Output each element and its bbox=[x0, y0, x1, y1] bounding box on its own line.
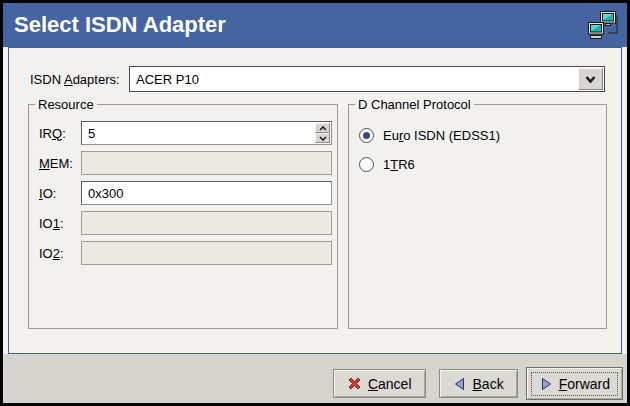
isdn-adapters-label: ISDN Adapters: bbox=[30, 72, 129, 87]
chevron-down-icon bbox=[584, 75, 597, 84]
arrow-right-icon bbox=[539, 377, 553, 391]
radio-option-1tr6[interactable]: 1TR6 bbox=[359, 157, 606, 172]
d-channel-protocol-title: D Channel Protocol bbox=[355, 97, 474, 112]
forward-focus-rect: Forward bbox=[531, 372, 618, 396]
dialog-header: Select ISDN Adapter bbox=[3, 3, 627, 47]
arrow-left-icon bbox=[453, 377, 467, 391]
isdn-adapter-combobox[interactable]: ACER P10 bbox=[129, 66, 605, 92]
forward-button-label: Forward bbox=[559, 376, 610, 392]
settings-groups: Resource IRQ: 5 bbox=[28, 97, 607, 329]
irq-spinner bbox=[315, 123, 330, 143]
resource-group-title: Resource bbox=[35, 97, 97, 112]
combobox-dropdown-button[interactable] bbox=[578, 68, 603, 90]
mem-label: MEM: bbox=[39, 156, 81, 171]
io-label: IO: bbox=[39, 186, 81, 201]
cancel-button[interactable]: Cancel bbox=[333, 369, 426, 398]
spin-down-icon bbox=[319, 136, 327, 141]
io-row: IO: 0x300 bbox=[39, 181, 332, 205]
1tr6-radio-label[interactable]: 1TR6 bbox=[383, 157, 415, 172]
spin-up-icon bbox=[319, 126, 327, 131]
select-isdn-adapter-dialog: Select ISDN Adapter ISDN Adapters: ACER … bbox=[0, 0, 630, 406]
back-button-label: Back bbox=[473, 376, 504, 392]
irq-input[interactable]: 5 bbox=[81, 121, 332, 145]
io2-row: IO2: bbox=[39, 241, 332, 265]
content-panel: ISDN Adapters: ACER P10 Resource IRQ: bbox=[8, 47, 622, 354]
io1-row: IO1: bbox=[39, 211, 332, 235]
irq-label: IRQ: bbox=[39, 126, 81, 141]
mem-row: MEM: bbox=[39, 151, 332, 175]
isdn-adapter-selected-value: ACER P10 bbox=[130, 72, 199, 87]
page-title: Select ISDN Adapter bbox=[14, 12, 226, 38]
spin-down-button[interactable] bbox=[315, 133, 330, 143]
mem-input bbox=[81, 151, 332, 175]
radio-option-euro-isdn[interactable]: Euro ISDN (EDSS1) bbox=[359, 128, 606, 143]
resource-groupbox: Resource IRQ: 5 bbox=[28, 97, 338, 329]
isdn-adapter-row: ISDN Adapters: ACER P10 bbox=[30, 66, 605, 92]
euro-isdn-radio-label[interactable]: Euro ISDN (EDSS1) bbox=[383, 128, 500, 143]
io2-input bbox=[81, 241, 332, 265]
dialog-body: ISDN Adapters: ACER P10 Resource IRQ: bbox=[3, 47, 627, 354]
d-channel-protocol-groupbox: D Channel Protocol Euro ISDN (EDSS1) 1TR… bbox=[348, 97, 607, 329]
button-bar: Cancel Back Forward bbox=[3, 354, 627, 403]
networked-computers-icon bbox=[585, 10, 619, 42]
io1-label: IO1: bbox=[39, 216, 81, 231]
io-input[interactable]: 0x300 bbox=[81, 181, 332, 205]
io-value: 0x300 bbox=[88, 186, 123, 201]
io2-label: IO2: bbox=[39, 246, 81, 261]
spin-up-button[interactable] bbox=[315, 123, 330, 133]
forward-button[interactable]: Forward bbox=[526, 367, 623, 400]
red-x-icon bbox=[347, 376, 362, 391]
cancel-button-label: Cancel bbox=[368, 376, 412, 392]
io1-input bbox=[81, 211, 332, 235]
1tr6-radio[interactable] bbox=[359, 157, 374, 172]
irq-row: IRQ: 5 bbox=[39, 121, 332, 145]
back-button[interactable]: Back bbox=[439, 369, 518, 398]
irq-value: 5 bbox=[88, 126, 95, 141]
euro-isdn-radio[interactable] bbox=[359, 128, 374, 143]
